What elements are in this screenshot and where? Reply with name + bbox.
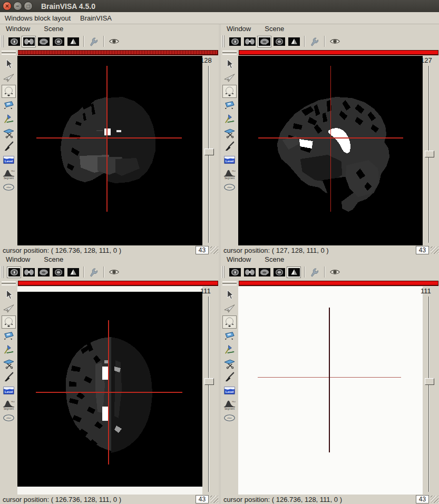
coronal-view-button[interactable] (22, 36, 36, 47)
slider-groove[interactable] (208, 297, 209, 492)
3d-scene-viewport[interactable] (238, 286, 423, 495)
coronal-view-button[interactable] (242, 36, 257, 47)
resize-grip-icon[interactable] (431, 496, 438, 503)
eye-icon[interactable] (328, 35, 342, 48)
flight-plane-icon[interactable] (222, 302, 237, 315)
panel-menu-window[interactable]: Window (227, 25, 251, 33)
level-icon[interactable] (222, 384, 237, 397)
sagittal-view-button[interactable] (257, 266, 271, 278)
level-icon[interactable] (222, 153, 237, 166)
3d-view-button[interactable] (66, 266, 80, 278)
slider-handle[interactable] (425, 151, 434, 157)
slider-drag-handle[interactable] (2, 51, 16, 55)
label-stamp-icon[interactable] (2, 411, 16, 424)
label-stamp-icon[interactable] (2, 181, 16, 194)
segment-histogram-icon[interactable] (2, 398, 16, 411)
selection-arrow-icon[interactable] (2, 57, 16, 71)
wrench-icon[interactable] (87, 35, 101, 48)
minimize-icon[interactable]: − (13, 2, 22, 11)
trackball-sphere-icon[interactable] (222, 315, 237, 329)
selection-arrow-icon[interactable] (2, 288, 16, 301)
wrench-icon[interactable] (308, 266, 321, 279)
slider-drag-handle[interactable] (222, 51, 237, 55)
segment-histogram-icon[interactable] (2, 167, 16, 180)
axial-view-button[interactable] (228, 266, 242, 278)
axial-view-button[interactable] (228, 36, 242, 47)
coronal-slice-viewport[interactable] (17, 56, 202, 245)
selection-arrow-icon[interactable] (222, 288, 237, 301)
panel-menu-window[interactable]: Window (6, 255, 30, 263)
panel-menu-scene[interactable]: Scene (265, 25, 284, 33)
level-icon[interactable] (2, 153, 16, 166)
maximize-icon[interactable]: □ (24, 2, 33, 11)
oblique-view-button[interactable] (272, 266, 286, 278)
axial-slice-viewport[interactable] (17, 286, 202, 495)
close-icon[interactable]: ✕ (3, 2, 12, 11)
move-axes-icon[interactable] (222, 343, 237, 356)
slice-position-bar[interactable] (18, 50, 218, 55)
slice-position-bar[interactable] (239, 281, 438, 286)
flight-plane-icon[interactable] (222, 71, 237, 84)
move-axes-icon[interactable] (222, 112, 237, 125)
oblique-view-button[interactable] (51, 266, 65, 278)
slider-handle[interactable] (204, 149, 214, 155)
paint-brush-icon[interactable] (222, 370, 237, 383)
slider-handle[interactable] (204, 378, 214, 385)
coronal-view-button[interactable] (242, 266, 257, 278)
axial-view-button[interactable] (7, 36, 21, 47)
segment-histogram-icon[interactable] (222, 167, 237, 180)
trackball-sphere-icon[interactable] (2, 85, 16, 98)
sagittal-view-button[interactable] (36, 266, 51, 278)
panel-menu-scene[interactable]: Scene (44, 255, 63, 263)
cut-plane-scissors-icon[interactable] (2, 357, 16, 370)
cut-plane-scissors-icon[interactable] (222, 126, 237, 139)
resize-grip-icon[interactable] (431, 246, 438, 254)
move-axes-icon[interactable] (2, 112, 16, 125)
menu-windows-block-layout[interactable]: Windows block layout (0, 12, 75, 24)
slice-position-bar[interactable] (239, 50, 438, 55)
eye-icon[interactable] (328, 266, 342, 279)
sagittal-slice-viewport[interactable] (238, 56, 423, 245)
cut-plane-scissors-icon[interactable] (2, 126, 16, 139)
oblique-view-button[interactable] (51, 36, 65, 47)
coronal-view-button[interactable] (22, 266, 36, 278)
paint-brush-icon[interactable] (2, 370, 16, 383)
menu-brainvisa[interactable]: BrainVISA (75, 12, 116, 24)
3d-view-button[interactable] (66, 36, 80, 47)
toolbar-drag-handle[interactable] (222, 266, 226, 278)
cut-plane-scissors-icon[interactable] (222, 357, 237, 370)
zoom-lens-icon[interactable] (222, 329, 237, 342)
trackball-sphere-icon[interactable] (2, 315, 16, 329)
slider-drag-handle[interactable] (2, 281, 16, 285)
label-stamp-icon[interactable] (222, 411, 237, 424)
paint-brush-icon[interactable] (222, 140, 237, 153)
move-axes-icon[interactable] (2, 343, 16, 356)
wrench-icon[interactable] (308, 35, 321, 48)
slider-drag-handle[interactable] (222, 281, 237, 285)
level-icon[interactable] (2, 384, 16, 397)
panel-menu-scene[interactable]: Scene (265, 255, 284, 263)
wrench-icon[interactable] (87, 266, 101, 279)
panel-menu-scene[interactable]: Scene (44, 25, 63, 33)
slice-position-bar[interactable] (18, 281, 218, 286)
oblique-view-button[interactable] (272, 36, 286, 47)
3d-view-button[interactable] (287, 266, 301, 278)
label-stamp-icon[interactable] (222, 181, 237, 194)
segment-histogram-icon[interactable] (222, 398, 237, 411)
flight-plane-icon[interactable] (2, 302, 16, 315)
paint-brush-icon[interactable] (2, 140, 16, 153)
axial-view-button[interactable] (7, 266, 21, 278)
panel-menu-window[interactable]: Window (6, 25, 30, 33)
eye-icon[interactable] (107, 35, 121, 48)
slider-groove[interactable] (428, 297, 430, 492)
3d-view-button[interactable] (287, 36, 301, 47)
slider-handle[interactable] (425, 378, 434, 385)
zoom-lens-icon[interactable] (2, 98, 16, 112)
trackball-sphere-icon[interactable] (222, 85, 237, 98)
zoom-lens-icon[interactable] (2, 329, 16, 342)
selection-arrow-icon[interactable] (222, 57, 237, 71)
resize-grip-icon[interactable] (210, 246, 218, 254)
resize-grip-icon[interactable] (210, 496, 218, 503)
flight-plane-icon[interactable] (2, 71, 16, 84)
toolbar-drag-handle[interactable] (1, 35, 5, 47)
